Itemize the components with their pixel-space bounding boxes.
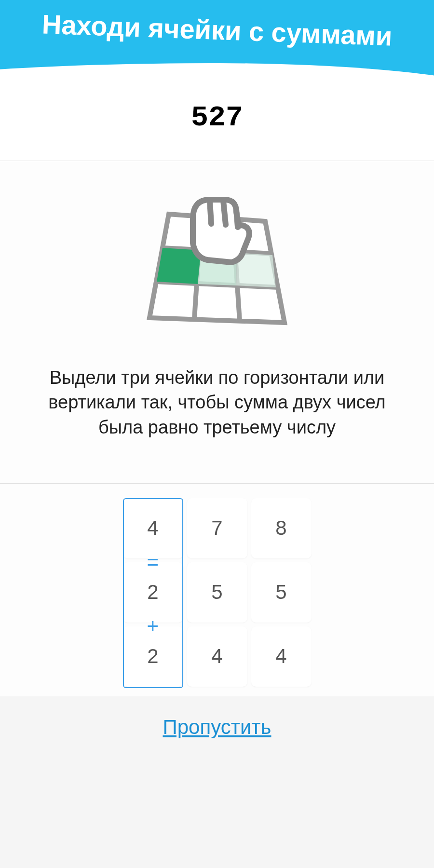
- header-banner: Находи ячейки с суммами: [0, 0, 434, 101]
- skip-section: Пропустить: [0, 696, 434, 758]
- number-grid: = + 4 7 8 2 5 5 2 4 4: [123, 498, 312, 687]
- equals-operator: =: [147, 551, 159, 574]
- page-title: Находи ячейки с суммами: [41, 8, 393, 52]
- grid-cell-7[interactable]: 4: [187, 626, 247, 687]
- plus-operator: +: [147, 615, 159, 638]
- grid-cell-5[interactable]: 5: [251, 562, 312, 623]
- svg-line-4: [210, 201, 211, 224]
- grid-cell-1[interactable]: 7: [187, 498, 247, 558]
- grid-cell-4[interactable]: 5: [187, 562, 247, 623]
- score-value: 527: [0, 101, 434, 134]
- tutorial-section: Выдели три ячейки по горизонтали или вер…: [0, 161, 434, 484]
- svg-line-5: [223, 201, 226, 225]
- grid-cell-0[interactable]: 4: [123, 498, 183, 558]
- tutorial-illustration: [140, 195, 294, 337]
- grid-cell-8[interactable]: 4: [251, 626, 312, 687]
- skip-button[interactable]: Пропустить: [163, 716, 271, 738]
- instruction-text: Выдели три ячейки по горизонтали или вер…: [19, 366, 415, 440]
- score-section: 527: [0, 101, 434, 161]
- svg-line-6: [236, 209, 238, 227]
- grid-section: = + 4 7 8 2 5 5 2 4 4: [0, 484, 434, 696]
- grid-cell-2[interactable]: 8: [251, 498, 312, 558]
